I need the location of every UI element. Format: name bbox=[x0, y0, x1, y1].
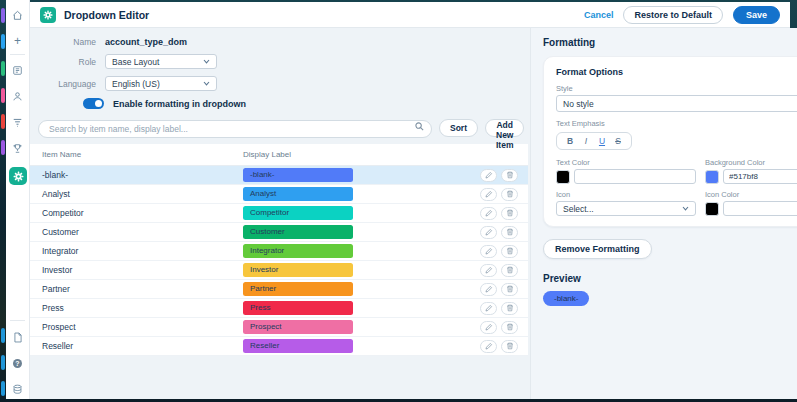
display-label-cell: Customer bbox=[243, 225, 480, 239]
layers-icon[interactable] bbox=[6, 378, 29, 400]
table-row[interactable]: Analyst Analyst bbox=[30, 185, 528, 204]
filter-icon[interactable] bbox=[6, 111, 29, 133]
settings-icon[interactable] bbox=[9, 167, 27, 185]
display-label-chip: Integrator bbox=[243, 244, 353, 258]
preview-title: Preview bbox=[543, 273, 797, 284]
add-new-item-button[interactable]: Add New Item bbox=[485, 119, 524, 137]
trophy-icon[interactable] bbox=[6, 137, 29, 159]
sort-button[interactable]: Sort bbox=[439, 119, 478, 137]
home-icon[interactable] bbox=[6, 4, 29, 26]
delete-item-button[interactable] bbox=[501, 226, 518, 239]
icon-color-label: Icon Color bbox=[705, 190, 797, 199]
italic-button[interactable]: I bbox=[578, 136, 594, 146]
delete-item-button[interactable] bbox=[501, 169, 518, 182]
edit-icon bbox=[485, 190, 493, 198]
save-button[interactable]: Save bbox=[733, 6, 780, 24]
delete-item-button[interactable] bbox=[501, 207, 518, 220]
icon-color-swatch[interactable] bbox=[705, 202, 719, 216]
format-item-button[interactable] bbox=[480, 207, 497, 220]
delete-item-button[interactable] bbox=[501, 245, 518, 258]
style-select[interactable]: No style bbox=[556, 95, 797, 112]
enable-formatting-toggle[interactable] bbox=[83, 98, 104, 109]
trash-icon bbox=[506, 342, 514, 350]
trash-icon bbox=[506, 190, 514, 198]
language-select-value: English (US) bbox=[112, 79, 160, 89]
format-item-button[interactable] bbox=[480, 283, 497, 296]
table-row[interactable]: Reseller Reseller bbox=[30, 337, 528, 356]
edit-icon bbox=[485, 285, 493, 293]
table-row[interactable]: Press Press bbox=[30, 299, 528, 318]
format-item-button[interactable] bbox=[480, 245, 497, 258]
delete-item-button[interactable] bbox=[501, 188, 518, 201]
help-icon[interactable]: ? bbox=[6, 352, 29, 374]
table-row[interactable]: Prospect Prospect bbox=[30, 318, 528, 337]
item-name-cell: Analyst bbox=[30, 189, 243, 199]
document-icon[interactable] bbox=[6, 326, 29, 348]
edge-color-tab bbox=[1, 34, 5, 49]
table-row[interactable]: Competitor Competitor bbox=[30, 204, 528, 223]
trash-icon bbox=[506, 304, 514, 312]
topbar: Dropdown Editor Cancel Restore to Defaul… bbox=[30, 2, 790, 28]
search-input[interactable] bbox=[38, 120, 432, 138]
item-name-cell: Prospect bbox=[30, 322, 243, 332]
format-item-button[interactable] bbox=[480, 188, 497, 201]
text-color-swatch[interactable] bbox=[556, 170, 570, 184]
icon-color-input[interactable] bbox=[723, 201, 797, 216]
format-item-button[interactable] bbox=[480, 302, 497, 315]
trash-icon bbox=[506, 228, 514, 236]
background-color-input[interactable] bbox=[723, 169, 797, 184]
restore-to-default-button[interactable]: Restore to Default bbox=[623, 6, 723, 24]
delete-item-button[interactable] bbox=[501, 340, 518, 353]
display-label-cell: Investor bbox=[243, 263, 480, 277]
role-select[interactable]: Base Layout bbox=[105, 54, 217, 69]
item-name-cell: Investor bbox=[30, 265, 243, 275]
delete-item-button[interactable] bbox=[501, 302, 518, 315]
remove-formatting-button[interactable]: Remove Formatting bbox=[543, 239, 652, 259]
icon-select[interactable]: Select... bbox=[556, 201, 696, 216]
table-row[interactable]: Partner Partner bbox=[30, 280, 528, 299]
underline-button[interactable]: U bbox=[594, 136, 610, 146]
format-item-button[interactable] bbox=[480, 264, 497, 277]
table-row[interactable]: Investor Investor bbox=[30, 261, 528, 280]
modules-icon[interactable] bbox=[6, 59, 29, 81]
edit-icon bbox=[485, 247, 493, 255]
edge-color-tab bbox=[1, 381, 5, 396]
cancel-button[interactable]: Cancel bbox=[584, 10, 614, 20]
delete-item-button[interactable] bbox=[501, 264, 518, 277]
table-row[interactable]: Customer Customer bbox=[30, 223, 528, 242]
display-label-chip: Analyst bbox=[243, 187, 353, 201]
table-row[interactable]: Integrator Integrator bbox=[30, 242, 528, 261]
text-emphasis-group: B I U S bbox=[556, 132, 632, 150]
delete-item-button[interactable] bbox=[501, 283, 518, 296]
text-color-input[interactable] bbox=[574, 169, 696, 184]
edit-icon bbox=[485, 228, 493, 236]
sidebar-divider bbox=[10, 54, 25, 55]
format-item-button[interactable] bbox=[480, 321, 497, 334]
bold-button[interactable]: B bbox=[562, 136, 578, 146]
trash-icon bbox=[506, 266, 514, 274]
edit-icon bbox=[485, 266, 493, 274]
add-icon[interactable]: + bbox=[6, 30, 29, 52]
display-label-cell: -blank- bbox=[243, 168, 480, 182]
dropdown-items-body: -blank- -blank- Analyst Analyst Competit… bbox=[30, 166, 528, 356]
name-label: Name bbox=[38, 37, 96, 47]
formatting-panel-title: Formatting bbox=[543, 37, 595, 48]
display-label-cell: Integrator bbox=[243, 244, 480, 258]
enable-formatting-label: Enable formatting in dropdown bbox=[113, 99, 246, 109]
delete-item-button[interactable] bbox=[501, 321, 518, 334]
item-name-cell: -blank- bbox=[30, 170, 243, 180]
display-label-chip: Partner bbox=[243, 282, 353, 296]
editor-column: Name account_type_dom Role Base Layout L… bbox=[30, 28, 530, 399]
background-color-swatch[interactable] bbox=[705, 170, 719, 184]
format-item-button[interactable] bbox=[480, 169, 497, 182]
language-select[interactable]: English (US) bbox=[105, 76, 217, 91]
display-label-cell: Press bbox=[243, 301, 480, 315]
user-icon[interactable] bbox=[6, 85, 29, 107]
edit-icon bbox=[485, 342, 493, 350]
format-item-button[interactable] bbox=[480, 340, 497, 353]
plus-glyph: + bbox=[14, 35, 21, 47]
edit-icon bbox=[485, 323, 493, 331]
strikethrough-button[interactable]: S bbox=[610, 136, 626, 146]
format-item-button[interactable] bbox=[480, 226, 497, 239]
table-row[interactable]: -blank- -blank- bbox=[30, 166, 528, 185]
